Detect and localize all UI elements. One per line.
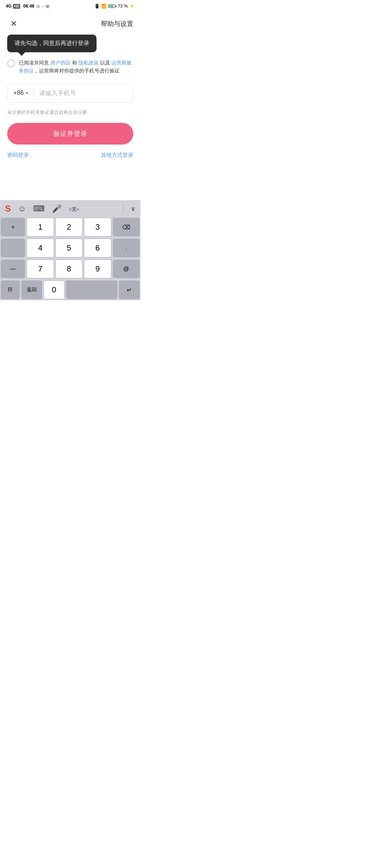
status-right: 📳 📶 73% ⚡: [94, 4, 135, 9]
key-plus[interactable]: +: [1, 218, 25, 236]
tooltip-wrapper: 请先勾选，同意后再进行登录: [0, 35, 140, 52]
sogou-keyboard-icon[interactable]: S: [5, 204, 11, 214]
agreement-text: 已阅读并同意 用户协议 和 隐私政策 以及 运营商服务协议，运营商将对你提供的手…: [19, 59, 133, 75]
key-symbol[interactable]: 符: [1, 280, 20, 299]
keyboard: + 1 2 3 ⌫ · 4 5 6 . — 7 8 9 @ 符 返回 0 ↵: [0, 217, 140, 300]
key-enter[interactable]: ↵: [119, 280, 140, 299]
keyboard-icon[interactable]: ⌨: [33, 204, 45, 213]
phone-input-placeholder[interactable]: 请输入手机号: [39, 89, 127, 97]
chevron-down-icon: ▼: [25, 91, 29, 95]
agreement-section: 已阅读并同意 用户协议 和 隐私政策 以及 运营商服务协议，运营商将对你提供的手…: [0, 59, 140, 75]
lightning-icon: ⚡: [129, 4, 135, 9]
time: 06:48: [23, 4, 34, 9]
key-0[interactable]: 0: [44, 280, 64, 299]
key-dash[interactable]: —: [1, 260, 25, 278]
phone-input-box[interactable]: +86 ▼ 请输入手机号: [7, 84, 133, 103]
vibrate-icon: 📳: [94, 4, 100, 9]
key-9[interactable]: 9: [84, 260, 111, 278]
status-bar: 4G HD 06:48 ◎ ♪ 👾 📳 📶 73% ⚡: [0, 0, 140, 12]
country-code-selector[interactable]: +86 ▼: [13, 89, 34, 97]
key-row-4: 符 返回 0 ↵: [0, 279, 140, 300]
close-button[interactable]: ✕: [7, 17, 20, 30]
agreement-and: 和: [71, 60, 79, 66]
keyboard-hide-icon[interactable]: ∨: [131, 205, 135, 213]
main-content: 请先勾选，同意后再进行登录 已阅读并同意 用户协议 和 隐私政策 以及 运营商服…: [0, 35, 140, 200]
emoji-icon[interactable]: ☺: [18, 204, 26, 213]
music-icon: ♪: [41, 4, 44, 8]
privacy-policy-link[interactable]: 隐私政策: [79, 60, 99, 66]
discord-icon: 👾: [45, 4, 50, 9]
key-backspace[interactable]: ⌫: [113, 218, 140, 236]
key-at[interactable]: @: [113, 260, 140, 278]
key-row-2: · 4 5 6 .: [0, 238, 140, 258]
key-1[interactable]: 1: [27, 218, 54, 236]
keyboard-toolbar: S ☺ ⌨ 🎤 ◁I▷ ∨: [0, 200, 140, 217]
other-login-link[interactable]: 其他方式登录: [101, 152, 133, 159]
key-row-3: — 7 8 9 @: [0, 258, 140, 279]
agreement-also: 以及: [99, 60, 112, 66]
key-4[interactable]: 4: [27, 239, 54, 257]
header-title: 帮助与设置: [101, 19, 133, 28]
links-row: 密码登录 其他方式登录: [0, 145, 140, 159]
password-login-link[interactable]: 密码登录: [7, 152, 29, 159]
agreement-checkbox[interactable]: [7, 59, 15, 67]
key-dot-sym[interactable]: ·: [1, 239, 25, 257]
hd-badge: HD: [13, 4, 20, 9]
tooltip-box: 请先勾选，同意后再进行登录: [7, 35, 97, 52]
header: ✕ 帮助与设置: [0, 12, 140, 35]
close-icon: ✕: [10, 19, 17, 28]
key-2[interactable]: 2: [55, 218, 82, 236]
key-6[interactable]: 6: [84, 239, 111, 257]
agreement-prefix: 已阅读并同意: [19, 60, 50, 66]
tooltip-text: 请先勾选，同意后再进行登录: [14, 40, 89, 46]
cursor-icon[interactable]: ◁I▷: [69, 205, 79, 212]
battery-level: 73: [118, 4, 122, 9]
battery-icon: [108, 4, 116, 8]
key-7[interactable]: 7: [27, 260, 54, 278]
key-period[interactable]: .: [113, 239, 140, 257]
phone-input-section: +86 ▼ 请输入手机号: [0, 84, 140, 103]
key-8[interactable]: 8: [55, 260, 82, 278]
soul-icon: ◎: [36, 4, 40, 9]
verify-button-section: 验证并登录: [0, 116, 140, 145]
key-5[interactable]: 5: [55, 239, 82, 257]
signal-icon: 4G: [6, 4, 12, 9]
key-3[interactable]: 3: [84, 218, 111, 236]
country-code-value: +86: [13, 89, 24, 97]
status-left: 4G HD 06:48 ◎ ♪ 👾: [6, 4, 50, 9]
verify-login-button[interactable]: 验证并登录: [7, 123, 133, 145]
microphone-icon[interactable]: 🎤: [52, 204, 62, 213]
key-return-cn[interactable]: 返回: [21, 280, 42, 299]
toolbar-separator: [123, 204, 124, 214]
hint-text: 未注册的手机号验证通过后将自动注册: [0, 106, 140, 116]
wifi-icon: 📶: [101, 4, 107, 9]
key-row-1: + 1 2 3 ⌫: [0, 217, 140, 238]
user-agreement-link[interactable]: 用户协议: [50, 60, 71, 66]
key-space[interactable]: [66, 280, 117, 299]
agreement-suffix: ，运营商将对你提供的手机号进行验证: [34, 68, 120, 74]
